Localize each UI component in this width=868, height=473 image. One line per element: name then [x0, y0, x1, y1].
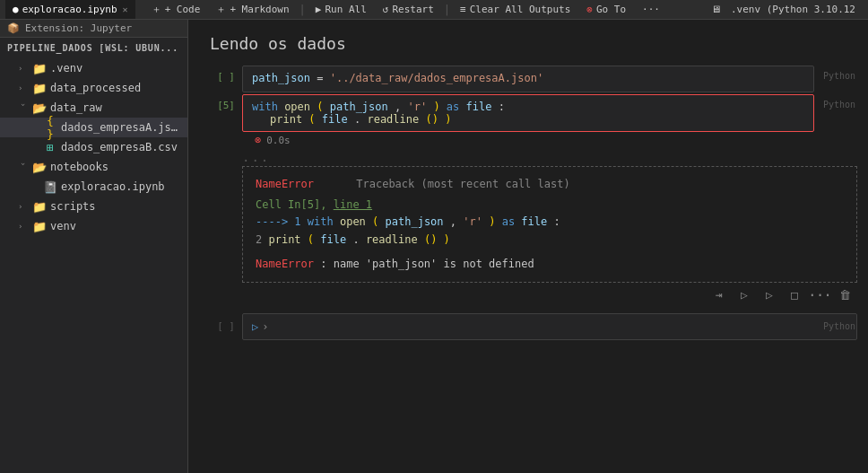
- play-icon: ▶: [316, 4, 322, 15]
- split-button[interactable]: □: [784, 286, 805, 304]
- cell-exec-status: ⊗ 0.0s: [188, 132, 298, 148]
- extension-icon: 📦: [7, 22, 20, 34]
- var-file2: file: [322, 113, 348, 126]
- sidebar: 📦 Extension: Jupyter PIPELINE_DADOS [WSL…: [0, 20, 188, 473]
- sidebar-item-notebooks[interactable]: › 📂 notebooks: [0, 157, 187, 177]
- sidebar-item-empresaA[interactable]: { } dados_empresaA.json: [0, 118, 187, 137]
- err-comma: ,: [450, 215, 463, 228]
- paren8: (: [308, 233, 314, 246]
- traceback-label: Traceback (most recent call last): [356, 178, 569, 190]
- error-message-text: : name 'path_json' is not defined: [320, 258, 534, 270]
- run-empty-button[interactable]: ▷ ›: [252, 320, 268, 333]
- fn-open2: open: [340, 215, 366, 228]
- paren10: ): [444, 233, 450, 246]
- fn-readline: readline: [367, 113, 419, 126]
- cell-2-lang: Python: [823, 100, 855, 109]
- kw-with: with: [252, 101, 278, 113]
- sidebar-item-venv[interactable]: › 📁 .venv: [0, 58, 187, 78]
- fn-print: print: [270, 113, 302, 126]
- folder-icon4: 📁: [32, 220, 47, 233]
- sidebar-item-scripts[interactable]: › 📁 scripts: [0, 197, 187, 216]
- paren9: (): [424, 233, 437, 246]
- empty-cell-content[interactable]: ▷ ›: [242, 313, 857, 340]
- goto-button[interactable]: ⊗ Go To: [579, 1, 633, 19]
- run-chevron: ›: [262, 320, 268, 333]
- sidebar-item-data-raw[interactable]: › 📂 data_raw: [0, 98, 187, 118]
- restart-button[interactable]: ↺ Restart: [376, 1, 441, 19]
- str-r2: 'r': [463, 215, 482, 228]
- folder-open-icon2: 📂: [32, 161, 47, 174]
- folder-icon: 📁: [32, 62, 47, 75]
- fn-readline2: readline: [366, 233, 418, 246]
- empty-cell: [ ] ▷ › Python: [188, 313, 868, 340]
- paren7: ): [489, 215, 495, 228]
- run-next-button[interactable]: ▷: [759, 286, 780, 304]
- sidebar-label-empresaA: dados_empresaA.json: [61, 121, 184, 134]
- csv-file-icon: ⊞: [43, 141, 57, 154]
- markdown-button[interactable]: ＋ + Markdown: [209, 1, 296, 19]
- more-options-button[interactable]: ···: [809, 286, 830, 304]
- more-button[interactable]: ···: [635, 1, 667, 19]
- cell-2: [5] with open ( path_json , 'r' ) as fil…: [188, 94, 868, 148]
- sidebar-label-empresaB: dados_empresaB.csv: [61, 141, 184, 153]
- sidebar-item-exploracao[interactable]: 📓 exploracao.ipynb: [0, 177, 187, 197]
- sidebar-header: PIPELINE_DADOS [WSL: UBUN...: [0, 38, 187, 58]
- var-path: path_json: [330, 101, 388, 113]
- code-button[interactable]: ＋ + Code: [144, 1, 208, 19]
- cell-1-content[interactable]: path_json = '../data_raw/dados_empresaA.…: [242, 66, 814, 92]
- clear-button[interactable]: ≡ Clear All Outputs: [453, 1, 577, 19]
- cell-2-content[interactable]: with open ( path_json , 'r' ) as file : …: [242, 94, 814, 132]
- var-path2: path_json: [386, 215, 444, 228]
- paren6: (: [372, 215, 378, 228]
- err-colon2: :: [553, 215, 560, 228]
- paren4: (): [425, 113, 438, 126]
- extension-bar[interactable]: 📦 Extension: Jupyter: [0, 20, 187, 38]
- run-prev-button[interactable]: ▷: [733, 286, 755, 304]
- notebook-file-icon: 📓: [43, 180, 57, 194]
- empty-cell-gutter: [ ]: [188, 320, 242, 332]
- notebook-tab[interactable]: ● exploracao.ipynb ✕: [5, 0, 135, 19]
- dot2: .: [352, 233, 359, 246]
- var-file4: file: [320, 233, 346, 246]
- move-up-button[interactable]: ⇥: [708, 286, 730, 304]
- notebook-area: Lendo os dados [ ] path_json = '../data_…: [188, 20, 868, 473]
- chevron-venv2: ›: [18, 222, 29, 231]
- folder-icon: 📁: [32, 82, 47, 95]
- sep1: |: [299, 4, 306, 16]
- play-triangle-icon: ▷: [252, 320, 258, 333]
- toolbar-actions: ＋ + Code ＋ + Markdown | ▶ Run All ↺ Rest…: [144, 1, 863, 19]
- cell-2-gutter: [5]: [188, 94, 242, 111]
- sidebar-label-scripts: scripts: [50, 200, 184, 213]
- error-output: NameError Traceback (most recent call la…: [242, 166, 857, 283]
- code-var: path_json: [252, 72, 310, 84]
- error-line2: 2: [256, 233, 268, 246]
- var-file3: file: [521, 215, 547, 228]
- sidebar-item-venv2[interactable]: › 📁 venv: [0, 216, 187, 236]
- run-all-button[interactable]: ▶ Run All: [308, 1, 374, 19]
- sidebar-label-data-raw: data_raw: [50, 101, 184, 114]
- plus-icon-md: ＋: [216, 3, 226, 16]
- chevron-right-icon: ›: [18, 83, 29, 92]
- tab-label: exploracao.ipynb: [22, 4, 117, 15]
- notebook-title: Lendo os dados: [188, 20, 868, 64]
- tab-close[interactable]: ✕: [123, 4, 128, 14]
- paren5: ): [445, 113, 451, 126]
- cell-1-gutter: [ ]: [188, 66, 242, 83]
- json-file-icon: { }: [43, 114, 57, 141]
- chevron-scripts: ›: [18, 202, 29, 211]
- cell-ref: Cell In[5], line 1: [256, 198, 372, 211]
- folder-open-icon: 📂: [32, 101, 47, 115]
- paren2: ): [433, 101, 439, 113]
- sidebar-item-empresaB[interactable]: ⊞ dados_empresaB.csv: [0, 137, 187, 157]
- code-dot: .: [354, 113, 360, 126]
- error-arrow-line: ----> 1: [256, 215, 308, 228]
- tab-dot: ●: [13, 4, 19, 15]
- sep2: |: [444, 4, 450, 16]
- exec-time: 0.0s: [266, 135, 291, 146]
- var-file: file: [466, 101, 492, 113]
- sidebar-label-venv: .venv: [50, 62, 184, 74]
- bottom-action-bar: ⇥ ▷ ▷ □ ··· 🗑: [188, 283, 868, 308]
- delete-button[interactable]: 🗑: [834, 286, 855, 304]
- sidebar-item-data-processed[interactable]: › 📁 data_processed: [0, 78, 187, 98]
- chevron-down-icon: ›: [19, 102, 28, 113]
